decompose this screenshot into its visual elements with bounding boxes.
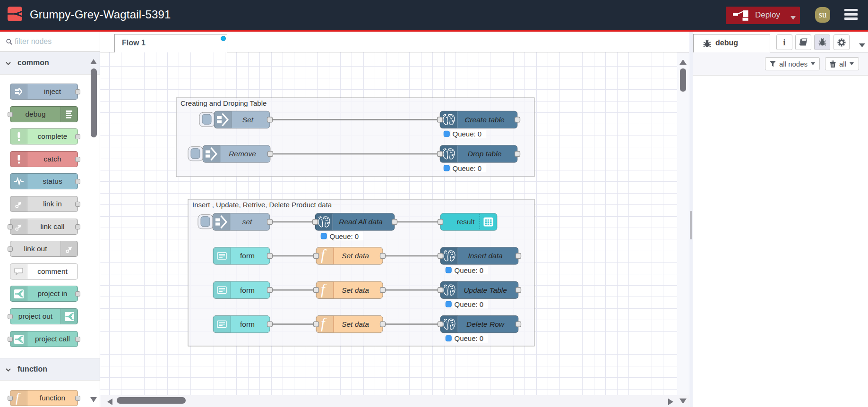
svg-text:Set data: Set data bbox=[342, 320, 369, 328]
svg-text:Insert data: Insert data bbox=[468, 252, 503, 260]
svg-text:set: set bbox=[242, 218, 252, 226]
svg-text:Delete Row: Delete Row bbox=[466, 320, 505, 328]
svg-text:Insert , Update, Retrive, Dele: Insert , Update, Retrive, Delete Product… bbox=[192, 201, 332, 209]
svg-text:Update Table: Update Table bbox=[464, 286, 507, 294]
svg-text:Create table: Create table bbox=[464, 116, 505, 124]
svg-text:Queue: 0: Queue: 0 bbox=[455, 334, 484, 342]
svg-text:Set data: Set data bbox=[342, 252, 369, 260]
svg-text:result: result bbox=[457, 218, 475, 226]
svg-text:f: f bbox=[16, 392, 21, 405]
svg-text:Set data: Set data bbox=[342, 286, 369, 294]
svg-text:form: form bbox=[240, 320, 255, 328]
svg-text:Queue: 0: Queue: 0 bbox=[455, 300, 484, 308]
svg-text:Queue: 0: Queue: 0 bbox=[453, 130, 482, 138]
svg-text:form: form bbox=[240, 286, 255, 294]
svg-text:Set: Set bbox=[242, 116, 254, 124]
svg-text:Queue: 0: Queue: 0 bbox=[330, 232, 359, 240]
svg-text:form: form bbox=[240, 252, 255, 260]
svg-text:Queue: 0: Queue: 0 bbox=[453, 164, 482, 172]
svg-text:Remove: Remove bbox=[229, 150, 256, 158]
svg-text:Creating and Droping Table: Creating and Droping Table bbox=[180, 99, 266, 107]
svg-text:Drop table: Drop table bbox=[468, 150, 502, 158]
svg-text:Read All data: Read All data bbox=[339, 218, 383, 226]
svg-text:Queue: 0: Queue: 0 bbox=[455, 266, 484, 274]
